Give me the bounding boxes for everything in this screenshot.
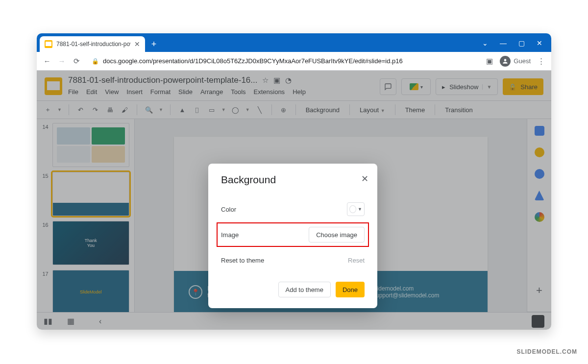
- nav-forward-icon[interactable]: →: [57, 57, 66, 65]
- avatar-icon: [500, 56, 511, 67]
- reset-button: Reset: [348, 257, 365, 264]
- choose-image-button[interactable]: Choose image: [309, 227, 365, 243]
- minimize-icon[interactable]: —: [500, 39, 507, 47]
- reset-label: Reset to theme: [221, 257, 264, 264]
- browser-window: 7881-01-self-introduction-power ✕ + ⌄ — …: [37, 33, 551, 330]
- chevron-down-icon[interactable]: ⌄: [482, 39, 488, 47]
- window-controls: ⌄ — ▢ ✕: [482, 39, 551, 52]
- done-button[interactable]: Done: [336, 282, 365, 297]
- add-to-theme-button[interactable]: Add to theme: [278, 282, 331, 297]
- address-bar: ← → ⟳ 🔒 docs.google.com/presentation/d/1…: [37, 52, 551, 71]
- image-row: Image Choose image: [217, 223, 368, 246]
- image-label: Image: [221, 231, 239, 239]
- profile-label: Guest: [514, 57, 531, 65]
- reload-icon[interactable]: ⟳: [72, 57, 81, 66]
- slides-favicon-icon: [45, 40, 52, 48]
- color-picker[interactable]: ▼: [347, 202, 365, 216]
- nav-back-icon[interactable]: ←: [43, 57, 51, 65]
- url-text: docs.google.com/presentation/d/1D9CiL08o…: [103, 57, 403, 65]
- background-dialog: ✕ Background Color ▼ Image Choose image …: [208, 164, 377, 308]
- titlebar: 7881-01-self-introduction-power ✕ + ⌄ — …: [37, 33, 551, 52]
- new-tab-button[interactable]: +: [147, 37, 161, 51]
- profile-chip[interactable]: Guest: [500, 56, 531, 67]
- browser-tab[interactable]: 7881-01-self-introduction-power ✕: [40, 36, 145, 52]
- dialog-title: Background: [221, 174, 365, 185]
- dialog-close-icon[interactable]: ✕: [361, 173, 368, 184]
- close-window-icon[interactable]: ✕: [537, 39, 542, 47]
- maximize-icon[interactable]: ▢: [518, 39, 525, 47]
- slides-app: 7881-01-self-introduction-powerpoint-tem…: [37, 71, 551, 330]
- reset-row: Reset to theme Reset: [221, 248, 365, 272]
- lock-icon: 🔒: [92, 58, 99, 65]
- install-app-icon[interactable]: ▣: [485, 57, 494, 66]
- tab-close-icon[interactable]: ✕: [134, 40, 140, 48]
- color-label: Color: [221, 206, 236, 213]
- color-row: Color ▼: [221, 197, 365, 221]
- watermark: SLIDEMODEL.COM: [517, 348, 577, 355]
- url-box[interactable]: 🔒 docs.google.com/presentation/d/1D9CiL0…: [87, 54, 479, 68]
- tab-title: 7881-01-self-introduction-power: [56, 41, 130, 48]
- kebab-menu-icon[interactable]: ⋮: [537, 57, 545, 66]
